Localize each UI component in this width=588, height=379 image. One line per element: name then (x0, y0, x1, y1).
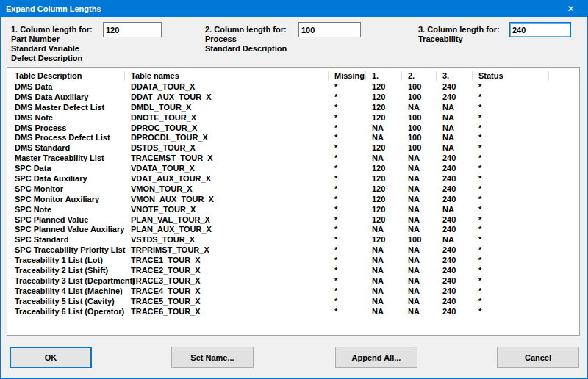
cell-table-description: Traceability 2 List (Shift) (7, 266, 125, 276)
ok-button[interactable]: OK (10, 347, 92, 368)
column-length-3-input[interactable] (509, 22, 571, 37)
column-length-2-label: 2. Column length for: Process Standard D… (205, 25, 287, 54)
cell-table-name: TRACE1_TOUR_X (125, 256, 329, 266)
cell-length-1: NA (366, 154, 402, 164)
cell-table-description: DMS Process Defect List (7, 133, 125, 143)
close-button[interactable]: ✕ (554, 1, 587, 17)
cell-length-2: NA (402, 297, 437, 307)
tables-list[interactable]: Table Description Table names Missing 1.… (7, 67, 580, 336)
cell-missing: * (329, 133, 366, 143)
cell-missing: * (329, 184, 366, 195)
label-line: 3. Column length for: (418, 25, 500, 35)
cell-length-2: NA (402, 276, 437, 286)
cell-table-description: DMS Master Defect List (7, 103, 125, 113)
table-row[interactable]: SPC Data VDATA_TOUR_X * 120 NA 240 * (7, 164, 579, 174)
table-row[interactable]: SPC Note VNOTE_TOUR_X * 120 NA NA * (7, 205, 579, 215)
cell-length-3: NA (437, 133, 473, 143)
table-row[interactable]: SPC Monitor VMON_TOUR_X * 120 NA 240 * (7, 184, 579, 195)
set-name-button[interactable]: Set Name... (171, 347, 254, 368)
cell-length-3: 240 (437, 256, 473, 266)
cell-table-name: VDAT_AUX_TOUR_X (125, 174, 329, 184)
cell-status: * (473, 123, 549, 134)
table-row[interactable]: DMS Data Auxiliary DDAT_AUX_TOUR_X * 120… (7, 93, 579, 103)
table-row[interactable]: Master Traceability List TRACEMST_TOUR_X… (7, 154, 579, 164)
cell-length-3: NA (437, 205, 473, 215)
table-row[interactable]: SPC Standard VSTDS_TOUR_X * 120 100 NA * (7, 235, 579, 245)
cell-length-3: 240 (437, 266, 473, 276)
table-row[interactable]: Traceability 6 List (Operator) TRACE6_TO… (7, 307, 579, 317)
cell-missing: * (329, 154, 366, 164)
cell-missing: * (329, 276, 366, 286)
cell-status: * (473, 174, 549, 184)
table-row[interactable]: DMS Note DNOTE_TOUR_X * 120 100 NA * (7, 113, 579, 123)
table-row[interactable]: DMS Data DDATA_TOUR_X * 120 100 240 * (7, 82, 579, 93)
table-row[interactable]: SPC Planned Value PLAN_VAL_TOUR_X * 120 … (7, 215, 579, 225)
cell-length-1: NA (366, 297, 402, 307)
cell-table-name: DPROC_TOUR_X (125, 123, 329, 134)
table-row[interactable]: DMS Process Defect List DPROCDL_TOUR_X *… (7, 133, 579, 143)
table-row[interactable]: Traceability 4 List (Machine) TRACE4_TOU… (7, 286, 579, 297)
cell-length-2: 100 (402, 82, 437, 93)
label-line: 1. Column length for: (11, 25, 93, 35)
cell-missing: * (329, 256, 366, 266)
table-row[interactable]: SPC Monitor Auxiliary VMON_AUX_TOUR_X * … (7, 195, 579, 205)
table-row[interactable]: Traceability 5 List (Cavity) TRACE5_TOUR… (7, 297, 579, 307)
table-row[interactable]: SPC Data Auxiliary VDAT_AUX_TOUR_X * 120… (7, 174, 579, 184)
dialog-window: Expand Column Lengths ✕ 1. Column length… (0, 0, 588, 379)
cell-length-3: 240 (437, 276, 473, 286)
cell-length-3: 240 (437, 154, 473, 164)
cell-table-description: DMS Standard (7, 143, 125, 154)
table-row[interactable]: SPC Planned Value Auxiliary PLAN_AUX_TOU… (7, 225, 579, 235)
cell-length-2: NA (402, 266, 437, 276)
cell-length-3: NA (437, 123, 473, 134)
cell-length-2: 100 (402, 113, 437, 123)
table-row[interactable]: Traceability 2 List (Shift) TRACE2_TOUR_… (7, 266, 579, 276)
cell-length-1: 120 (366, 103, 402, 113)
table-row[interactable]: DMS Process DPROC_TOUR_X * NA 100 NA * (7, 123, 579, 134)
cell-table-description: SPC Monitor Auxiliary (7, 195, 125, 205)
cell-table-description: DMS Data Auxiliary (7, 93, 125, 103)
cell-table-name: DDAT_AUX_TOUR_X (125, 93, 329, 103)
title-bar[interactable]: Expand Column Lengths ✕ (1, 1, 587, 17)
cell-table-name: VDATA_TOUR_X (125, 164, 329, 174)
cell-table-name: DMDL_TOUR_X (125, 103, 329, 113)
append-all-button[interactable]: Append All... (335, 347, 417, 368)
cell-length-1: 120 (366, 215, 402, 225)
cell-length-1: NA (366, 256, 402, 266)
cell-status: * (473, 286, 549, 297)
column-length-1-input[interactable] (103, 22, 162, 37)
column-length-2-input[interactable] (298, 22, 361, 37)
cell-length-2: 100 (402, 93, 437, 103)
table-header-row: Table Description Table names Missing 1.… (7, 68, 579, 81)
cell-table-description: DMS Data (7, 82, 125, 93)
cell-table-name: TRACE3_TOUR_X (125, 276, 329, 286)
cell-length-1: 120 (366, 113, 402, 123)
close-icon: ✕ (567, 4, 574, 14)
cell-missing: * (329, 307, 366, 317)
cell-length-3: 240 (437, 93, 473, 103)
table-body: DMS Data DDATA_TOUR_X * 120 100 240 * DM… (7, 82, 579, 317)
cell-length-3: NA (437, 103, 473, 113)
cell-status: * (473, 113, 549, 123)
cell-table-description: SPC Standard (7, 235, 125, 245)
table-row[interactable]: Traceability 3 List (Department) TRACE3_… (7, 276, 579, 286)
cell-length-2: NA (402, 225, 437, 235)
cell-length-3: 240 (437, 307, 473, 317)
table-row[interactable]: DMS Standard DSTDS_TOUR_X * 120 100 NA * (7, 143, 579, 154)
cell-length-3: NA (437, 235, 473, 245)
cell-length-2: 100 (402, 143, 437, 154)
cell-status: * (473, 184, 549, 195)
table-row[interactable]: DMS Master Defect List DMDL_TOUR_X * 120… (7, 103, 579, 113)
cell-table-description: Traceability 4 List (Machine) (7, 286, 125, 297)
cell-missing: * (329, 205, 366, 215)
cell-length-3: 240 (437, 245, 473, 256)
cell-table-description: SPC Planned Value (7, 215, 125, 225)
cancel-button[interactable]: Cancel (497, 347, 579, 368)
cell-missing: * (329, 225, 366, 235)
table-row[interactable]: SPC Traceability Priority List TRPRIMST_… (7, 245, 579, 256)
window-title: Expand Column Lengths (1, 4, 101, 13)
cell-table-description: Traceability 5 List (Cavity) (7, 297, 125, 307)
cell-missing: * (329, 297, 366, 307)
table-row[interactable]: Traceability 1 List (Lot) TRACE1_TOUR_X … (7, 256, 579, 266)
cell-table-description: Traceability 6 List (Operator) (7, 307, 125, 317)
